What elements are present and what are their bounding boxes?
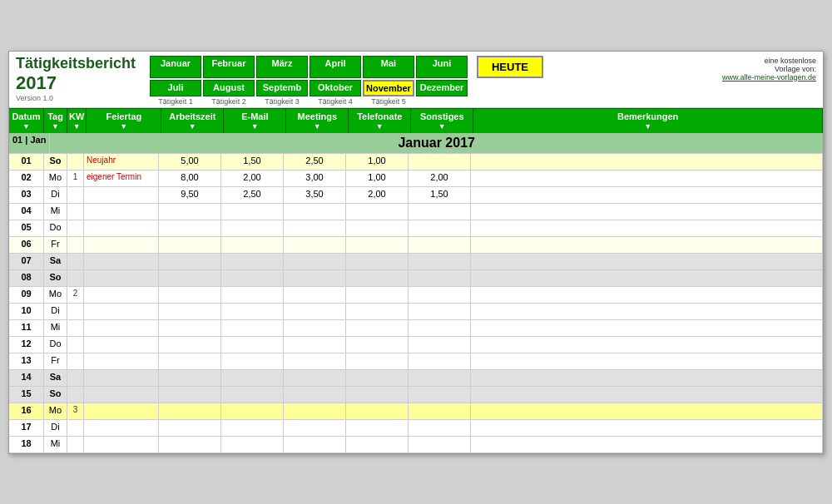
- table-row[interactable]: 17Di: [9, 420, 823, 437]
- cell-kw[interactable]: [67, 237, 84, 253]
- cell-meetings[interactable]: [284, 304, 346, 319]
- table-row[interactable]: 11Mi: [9, 320, 823, 337]
- cell-feiertag[interactable]: [84, 437, 159, 452]
- cell-tag[interactable]: Sa: [44, 370, 67, 386]
- cell-datum[interactable]: 17: [9, 420, 44, 436]
- cell-kw[interactable]: [67, 320, 84, 336]
- cell-tag[interactable]: Do: [44, 220, 67, 236]
- cell-tag[interactable]: Fr: [44, 237, 67, 253]
- cell-datum[interactable]: 03: [9, 187, 44, 203]
- cell-datum[interactable]: 11: [9, 320, 44, 336]
- table-row[interactable]: 07Sa: [9, 254, 823, 270]
- cell-arbeitszeit[interactable]: [159, 370, 221, 386]
- cell-datum[interactable]: 08: [9, 270, 44, 286]
- cell-feiertag[interactable]: [84, 187, 159, 203]
- cell-feiertag[interactable]: [84, 320, 159, 336]
- cell-meetings[interactable]: [284, 237, 346, 253]
- cell-telefonate[interactable]: [346, 387, 409, 403]
- table-row[interactable]: 01SoNeujahr5,001,502,501,00: [9, 154, 823, 170]
- cell-sonstiges[interactable]: [409, 254, 471, 269]
- cell-tag[interactable]: Fr: [44, 353, 67, 369]
- cell-telefonate[interactable]: [346, 353, 409, 369]
- cell-arbeitszeit[interactable]: [159, 220, 221, 236]
- cell-email[interactable]: 2,50: [221, 187, 284, 203]
- cell-email[interactable]: [221, 370, 284, 386]
- cell-telefonate[interactable]: [346, 204, 409, 220]
- month-btn-juni[interactable]: Juni: [416, 56, 468, 78]
- cell-kw[interactable]: [67, 154, 84, 170]
- cell-datum[interactable]: 16: [9, 403, 44, 419]
- cell-bemerkungen[interactable]: [471, 370, 823, 386]
- cell-kw[interactable]: [67, 220, 84, 236]
- cell-feiertag[interactable]: [84, 270, 159, 286]
- cell-telefonate[interactable]: [346, 254, 409, 269]
- cell-kw[interactable]: [67, 353, 84, 369]
- cell-tag[interactable]: Mo: [44, 287, 67, 303]
- cell-arbeitszeit[interactable]: [159, 304, 221, 319]
- feiertag-dropdown[interactable]: ▼: [88, 122, 159, 131]
- cell-feiertag[interactable]: [84, 387, 159, 403]
- cell-sonstiges[interactable]: [409, 387, 471, 403]
- cell-arbeitszeit[interactable]: [159, 387, 221, 403]
- cell-email[interactable]: [221, 204, 284, 220]
- cell-email[interactable]: [221, 353, 284, 369]
- cell-telefonate[interactable]: 1,00: [346, 154, 409, 170]
- month-btn-februar[interactable]: Februar: [203, 56, 255, 78]
- cell-telefonate[interactable]: [346, 220, 409, 236]
- cell-datum[interactable]: 07: [9, 254, 44, 269]
- cell-bemerkungen[interactable]: [471, 254, 823, 269]
- cell-telefonate[interactable]: [346, 370, 409, 386]
- cell-sonstiges[interactable]: [409, 304, 471, 319]
- table-row[interactable]: 16Mo3: [9, 403, 823, 420]
- bemerkungen-dropdown[interactable]: ▼: [475, 122, 820, 131]
- cell-sonstiges[interactable]: [409, 270, 471, 286]
- cell-feiertag[interactable]: [84, 403, 159, 419]
- cell-email[interactable]: 1,50: [221, 154, 284, 170]
- heute-button[interactable]: HEUTE: [477, 56, 543, 78]
- cell-tag[interactable]: Do: [44, 337, 67, 353]
- cell-feiertag[interactable]: [84, 353, 159, 369]
- cell-feiertag[interactable]: [84, 287, 159, 303]
- datum-dropdown[interactable]: ▼: [11, 122, 42, 131]
- cell-datum[interactable]: 14: [9, 370, 44, 386]
- month-btn-september[interactable]: Septemb: [256, 80, 308, 96]
- cell-datum[interactable]: 06: [9, 237, 44, 253]
- cell-kw[interactable]: 1: [67, 170, 84, 186]
- cell-bemerkungen[interactable]: [471, 154, 823, 170]
- info-url-link[interactable]: www.alle-meine-vorlagen.de: [722, 73, 816, 82]
- table-row[interactable]: 09Mo2: [9, 287, 823, 304]
- cell-datum[interactable]: 09: [9, 287, 44, 303]
- cell-email[interactable]: [221, 420, 284, 436]
- cell-sonstiges[interactable]: [409, 337, 471, 353]
- arbeitszeit-dropdown[interactable]: ▼: [163, 122, 221, 131]
- cell-feiertag[interactable]: [84, 204, 159, 220]
- cell-sonstiges[interactable]: [409, 403, 471, 419]
- cell-meetings[interactable]: 3,50: [284, 187, 346, 203]
- cell-arbeitszeit[interactable]: 9,50: [159, 187, 221, 203]
- table-row[interactable]: 04Mi: [9, 204, 823, 220]
- cell-bemerkungen[interactable]: [471, 420, 823, 436]
- cell-arbeitszeit[interactable]: [159, 337, 221, 353]
- month-btn-januar[interactable]: Januar: [150, 56, 201, 78]
- month-btn-november[interactable]: November: [363, 80, 414, 96]
- cell-arbeitszeit[interactable]: [159, 204, 221, 220]
- cell-sonstiges[interactable]: [409, 353, 471, 369]
- cell-email[interactable]: [221, 387, 284, 403]
- cell-datum[interactable]: 15: [9, 387, 44, 403]
- cell-tag[interactable]: Di: [44, 187, 67, 203]
- cell-datum[interactable]: 13: [9, 353, 44, 369]
- cell-telefonate[interactable]: [346, 237, 409, 253]
- cell-tag[interactable]: Mi: [44, 437, 67, 452]
- cell-meetings[interactable]: [284, 320, 346, 336]
- table-row[interactable]: 12Do: [9, 337, 823, 353]
- cell-sonstiges[interactable]: [409, 220, 471, 236]
- cell-feiertag[interactable]: [84, 220, 159, 236]
- cell-email[interactable]: [221, 337, 284, 353]
- cell-bemerkungen[interactable]: [471, 170, 823, 186]
- cell-meetings[interactable]: [284, 387, 346, 403]
- cell-bemerkungen[interactable]: [471, 187, 823, 203]
- cell-kw[interactable]: [67, 304, 84, 319]
- sonstiges-dropdown[interactable]: ▼: [413, 122, 471, 131]
- cell-telefonate[interactable]: [346, 304, 409, 319]
- email-dropdown[interactable]: ▼: [225, 122, 284, 131]
